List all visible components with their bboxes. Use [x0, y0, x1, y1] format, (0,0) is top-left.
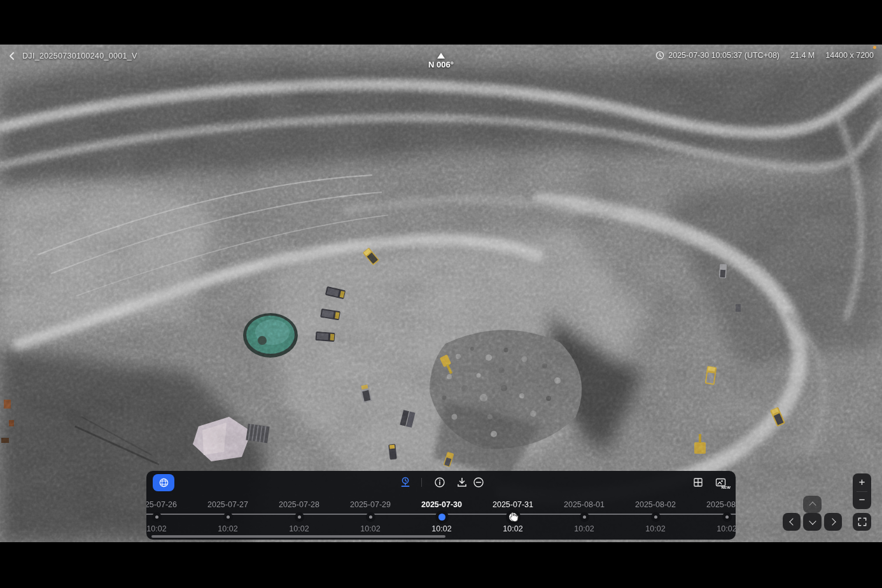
timeline-entry[interactable]: 2025-08-0310:02	[691, 500, 736, 534]
timeline-panel: NEW 2025-07-2610:022025-07-2710:022025-0…	[146, 471, 736, 540]
timeline-date: 2025-08-03	[691, 500, 736, 510]
timeline-date: 2025-07-28	[263, 500, 335, 510]
megapixels: 21.4 M	[790, 51, 815, 60]
chevron-right-icon	[829, 518, 836, 525]
zoom-out-button[interactable]: −	[853, 492, 871, 510]
status-dot	[873, 46, 876, 49]
timeline-entry[interactable]: 2025-07-2810:02	[263, 500, 335, 534]
timeline-dot[interactable]	[725, 515, 729, 519]
timeline-entry[interactable]: 2025-07-3010:02	[406, 500, 477, 534]
capture-timestamp: 2025-07-30 10:05:37 (UTC+08)	[668, 51, 780, 60]
fullscreen-button[interactable]	[853, 513, 871, 531]
timeline-dot[interactable]	[654, 515, 657, 519]
timeline-dot[interactable]	[369, 515, 372, 519]
back-button[interactable]	[6, 50, 18, 62]
timeline-time: 10:02	[620, 524, 691, 534]
timeline-date: 2025-08-02	[620, 500, 691, 510]
pan-up-button[interactable]	[803, 496, 822, 513]
timeline-date: 2025-07-29	[335, 500, 406, 510]
timeline-time: 10:02	[477, 524, 549, 534]
timeline-entry[interactable]: 2025-07-2910:02	[335, 500, 406, 534]
clock-icon	[655, 51, 664, 60]
timeline-time: 10:02	[406, 524, 477, 534]
top-left-bar: DJI_20250730100240_0001_V	[6, 50, 137, 62]
timeline-date: 2025-07-31	[477, 500, 549, 510]
timeline-entry[interactable]: 2025-08-0110:02	[549, 500, 620, 534]
timeline-dot[interactable]	[509, 513, 517, 521]
zoom-controls: + −	[853, 473, 871, 509]
timeline-date: 2025-07-26	[146, 500, 192, 510]
chevron-left-icon	[789, 518, 796, 525]
resolution: 14400 x 7200	[825, 51, 874, 60]
timeline-entry[interactable]: 2025-08-0210:02	[620, 500, 691, 534]
pan-right-button[interactable]	[824, 513, 842, 531]
timeline-dot[interactable]	[298, 515, 301, 519]
timeline-time: 10:02	[263, 524, 335, 534]
file-title: DJI_20250730100240_0001_V	[22, 52, 137, 60]
capture-info-bar: 2025-07-30 10:05:37 (UTC+08) 21.4 M 1440…	[655, 51, 874, 60]
timeline-scrollbar[interactable]	[151, 535, 445, 538]
timeline-date: 2025-07-30	[406, 500, 477, 510]
timeline-entry[interactable]: 2025-07-2710:02	[192, 500, 263, 534]
aerial-orthophoto[interactable]	[0, 45, 882, 542]
timeline-time: 10:02	[549, 524, 620, 534]
fullscreen-icon	[858, 517, 867, 526]
timeline-time: 10:02	[691, 524, 736, 534]
timeline-dot[interactable]	[155, 515, 158, 519]
timeline-time: 10:02	[146, 524, 192, 534]
compass-north-icon	[437, 53, 445, 59]
capture-time: 2025-07-30 10:05:37 (UTC+08)	[655, 51, 780, 60]
timeline-entry[interactable]: 2025-07-2610:02	[146, 500, 192, 534]
viewer-stage: DJI_20250730100240_0001_V N 006° 2025-07…	[0, 0, 882, 588]
compass-heading: N 006°	[428, 60, 454, 69]
timeline-dot[interactable]	[227, 515, 230, 519]
timeline-date: 2025-08-01	[549, 500, 620, 510]
zoom-in-button[interactable]: +	[853, 473, 871, 491]
compass: N 006°	[428, 53, 454, 69]
timeline-track: 2025-07-2610:022025-07-2710:022025-07-28…	[146, 471, 736, 540]
timeline-dot[interactable]	[583, 515, 586, 519]
timeline-entry[interactable]: 2025-07-3110:02	[477, 500, 549, 534]
chevron-up-icon	[809, 501, 816, 508]
timeline-time: 10:02	[335, 524, 406, 534]
timeline-dot[interactable]	[438, 514, 445, 521]
pan-down-button[interactable]	[803, 513, 822, 531]
pan-left-button[interactable]	[783, 513, 801, 531]
timeline-date: 2025-07-27	[192, 500, 263, 510]
timeline-time: 10:02	[192, 524, 263, 534]
chevron-down-icon	[809, 517, 816, 524]
